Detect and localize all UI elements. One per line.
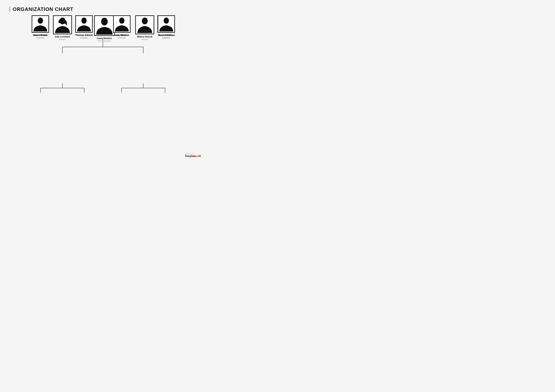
node-ceo: Isaac Newton CEO & President	[94, 15, 115, 42]
emp6-role: Employee	[80, 37, 88, 39]
emp8-role: Employee	[162, 37, 170, 39]
svg-point-13	[101, 18, 108, 25]
emp7-name: Isaac Newton	[114, 34, 129, 36]
emp8-name: Thomas Edison	[157, 34, 175, 36]
svg-point-17	[142, 18, 148, 24]
node-mgr1: Ada Lovelace Manager	[53, 15, 72, 40]
mgr2-role: Manager	[141, 38, 148, 40]
node-emp5: Isaac Newton Employee	[32, 15, 49, 39]
svg-point-29	[81, 18, 87, 24]
emp6-name: Thomas Edison	[75, 34, 93, 36]
templatelab-logo: CREATED BY TemplateLAB	[185, 153, 201, 157]
svg-point-33	[164, 18, 169, 24]
node-emp7: Isaac Newton Employee	[113, 15, 131, 39]
emp7-role: Employee	[118, 37, 126, 39]
node-emp6: Thomas Edison Employee	[75, 15, 93, 39]
node-mgr2: Blaise Pascal Manager	[135, 15, 154, 40]
emp5-role: Employee	[37, 37, 44, 39]
ceo-name: Isaac Newton	[97, 37, 112, 40]
mgr2-name: Blaise Pascal	[137, 35, 152, 38]
emp5-name: Isaac Newton	[33, 34, 48, 36]
node-emp8: Thomas Edison Employee	[157, 15, 175, 39]
svg-point-27	[38, 18, 43, 24]
ceo-role: CEO & President	[98, 40, 111, 42]
page-title: ORGANIZATION CHART	[9, 6, 196, 12]
mgr1-name: Ada Lovelace	[55, 35, 70, 38]
svg-point-31	[119, 18, 124, 24]
mgr1-role: Manager	[59, 38, 66, 40]
